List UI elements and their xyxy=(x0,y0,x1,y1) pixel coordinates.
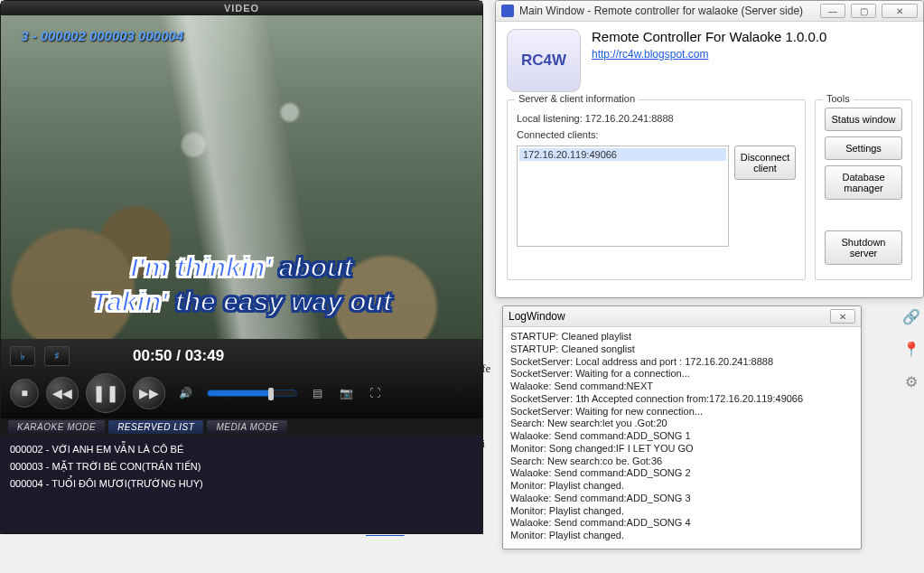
fullscreen-icon[interactable]: ⛶ xyxy=(366,384,384,402)
log-window: LogWindow ✕ STARTUP: Cleaned playlistSTA… xyxy=(502,305,862,550)
database-manager-button[interactable]: Database manager xyxy=(825,165,902,200)
time-display: 00:50 / 03:49 xyxy=(133,347,224,365)
video-titlebar[interactable]: VIDEO xyxy=(1,1,482,15)
sharp-button[interactable]: ♯ xyxy=(44,346,70,366)
status-window-button[interactable]: Status window xyxy=(825,108,902,131)
app-icon xyxy=(501,5,514,17)
log-line: Monitor: Playlist changed. xyxy=(510,530,854,542)
clients-listbox[interactable]: 172.16.20.119:49066 xyxy=(517,146,729,247)
video-frame[interactable]: 3 - 000002 000003 000004 I'm thinkin' ab… xyxy=(1,15,482,339)
app-logo: RC4W xyxy=(507,29,581,92)
stop-button[interactable]: ■ xyxy=(10,379,39,408)
reserved-playlist: 000002 - VỚI ANH EM VẪN LÀ CÔ BÉ 000003 … xyxy=(1,436,482,533)
volume-slider[interactable] xyxy=(207,390,297,397)
shutdown-server-button[interactable]: Shutdown server xyxy=(825,230,902,265)
tab-karaoke-mode[interactable]: KARAOKE MODE xyxy=(8,420,105,434)
volume-icon[interactable]: 🔊 xyxy=(176,384,194,402)
log-line: Walaoke: Send command:ADD_SONG 2 xyxy=(510,467,854,480)
playlist-item[interactable]: 000002 - VỚI ANH EM VẪN LÀ CÔ BÉ xyxy=(10,441,473,458)
log-body[interactable]: STARTUP: Cleaned playlistSTARTUP: Cleane… xyxy=(503,327,861,550)
flat-button[interactable]: ♭ xyxy=(10,346,35,366)
log-line: Search: New search:co be. Got:36 xyxy=(510,456,854,468)
tools-group-title: Tools xyxy=(823,93,854,104)
log-line: Walaoke: Send command:NEXT xyxy=(510,380,854,393)
settings-button[interactable]: Settings xyxy=(825,136,902,160)
app-title: Remote Controller For Walaoke 1.0.0.0 xyxy=(592,29,826,44)
log-line: Walaoke: Send command:ADD_SONG 3 xyxy=(510,493,854,505)
tab-media-mode[interactable]: MEDIA MODE xyxy=(207,420,287,434)
player-controls: ♭ ♯ 00:50 / 03:49 ■ ◀◀ ❚❚ ▶▶ 🔊 ▤ 📷 ⛶ xyxy=(1,339,482,418)
pause-button[interactable]: ❚❚ xyxy=(86,373,126,413)
maximize-button[interactable]: ▢ xyxy=(851,4,876,18)
log-window-title: LogWindow xyxy=(509,310,565,323)
app-url-link[interactable]: http://rc4w.blogspot.com xyxy=(592,48,708,61)
log-line: STARTUP: Cleaned playlist xyxy=(510,331,854,343)
log-line: Monitor: Playlist changed. xyxy=(510,480,854,493)
location-icon[interactable]: 📍 xyxy=(902,340,920,358)
minimize-button[interactable]: ― xyxy=(820,4,845,18)
client-list-item[interactable]: 172.16.20.119:49066 xyxy=(519,148,726,161)
log-window-titlebar[interactable]: LogWindow ✕ xyxy=(503,306,861,327)
server-group-title: Server & client information xyxy=(515,93,639,104)
log-line: SocketServer: Waiting for new connection… xyxy=(510,406,854,418)
connected-clients-label: Connected clients: xyxy=(517,129,796,140)
main-window: Main Window - Remote controller for wala… xyxy=(495,0,924,298)
close-button[interactable]: ✕ xyxy=(882,4,918,18)
camera-icon[interactable]: 📷 xyxy=(337,384,355,402)
server-info-group: Server & client information Local listen… xyxy=(507,99,806,280)
mode-tabs: KARAOKE MODE RESERVED LIST MEDIA MODE xyxy=(1,418,482,436)
main-window-title: Main Window - Remote controller for wala… xyxy=(519,5,803,17)
log-line: STARTUP: Cleaned songlist xyxy=(510,343,854,356)
queue-overlay: 3 - 000002 000003 000004 xyxy=(21,28,183,43)
tab-reserved-list[interactable]: RESERVED LIST xyxy=(108,420,203,434)
log-close-button[interactable]: ✕ xyxy=(830,309,855,324)
playlist-item[interactable]: 000004 - TUỔI ĐÔI MƯƠI(TRƯỜNG HUY) xyxy=(10,475,473,493)
log-line: SocketServer: Local address and port : 1… xyxy=(510,356,854,369)
main-window-titlebar[interactable]: Main Window - Remote controller for wala… xyxy=(496,1,923,22)
log-line: Walaoke: Send command:ADD_SONG 1 xyxy=(510,430,854,443)
video-player-window: VIDEO 3 - 000002 000003 000004 I'm think… xyxy=(0,0,483,534)
listening-label: Local listening: 172.16.20.241:8888 xyxy=(517,113,796,124)
playlist-toggle-icon[interactable]: ▤ xyxy=(308,384,326,402)
gear-icon[interactable]: ⚙ xyxy=(902,372,920,390)
log-line: SocketServer: Waiting for a connection..… xyxy=(510,368,854,380)
sidebar-tools: 🔗 📍 ⚙ xyxy=(902,307,920,390)
link-icon[interactable]: 🔗 xyxy=(902,307,920,325)
forward-button[interactable]: ▶▶ xyxy=(133,377,165,409)
log-line: Monitor: Playlist changed. xyxy=(510,505,854,518)
log-line: Walaoke: Send command:ADD_SONG 4 xyxy=(510,517,854,530)
log-line: SocketServer: 1th Accepted connection fr… xyxy=(510,393,854,406)
log-line: Search: New search:let you .Got:20 xyxy=(510,418,854,430)
tools-group: Tools Status window Settings Database ma… xyxy=(815,99,912,280)
playlist-item[interactable]: 000003 - MẶT TRỜI BÉ CON(TRẦN TIẾN) xyxy=(10,458,473,475)
log-line: Monitor: Song changed:IF I LET YOU GO xyxy=(510,443,854,456)
karaoke-lyrics: I'm thinkin' about Takin' the easy way o… xyxy=(1,252,482,317)
rewind-button[interactable]: ◀◀ xyxy=(46,377,79,409)
disconnect-client-button[interactable]: Disconnect client xyxy=(734,146,796,180)
